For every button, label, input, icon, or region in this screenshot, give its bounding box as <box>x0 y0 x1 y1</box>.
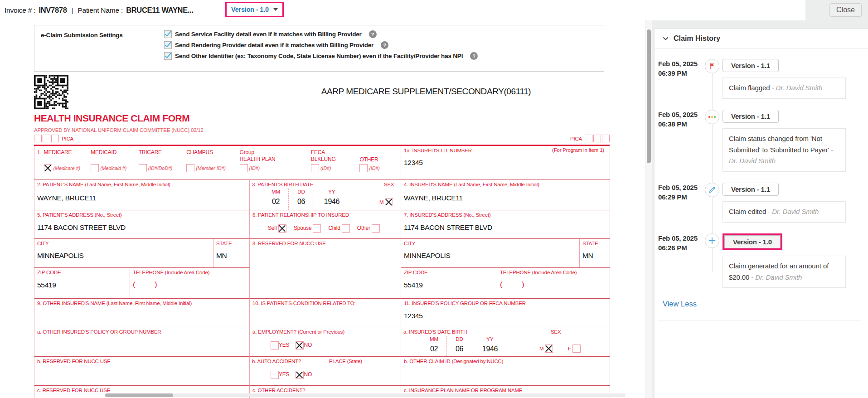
field-label: a. INSURED'S DATE BIRTH <box>403 329 467 335</box>
field-value: WAYNE, BRUCE11 <box>404 194 607 202</box>
field-label: b. AUTO ACCIDENT? <box>252 358 301 365</box>
field-label: a. OTHER INSURED'S POLICY OR GROUP NUMBE… <box>37 329 247 335</box>
auto-accident-no-checkbox <box>296 371 304 379</box>
pica-checkbox <box>51 135 59 142</box>
field-label: c. OTHER ACCIDENT? <box>252 387 398 394</box>
field-10a-employment: a. EMPLOYMENT? (Current or Previous) YES… <box>250 327 401 357</box>
claim-history-header[interactable]: Claim History <box>655 29 868 49</box>
pica-checkbox <box>593 135 601 142</box>
sex-label: SEX <box>384 181 394 188</box>
field-label: 9. OTHER INSURED'S NAME (Last Name, Firs… <box>37 300 247 307</box>
patient-zip-telephone: ZIP CODE55419 TELEPHONE (Include Area Co… <box>34 268 250 299</box>
payer-title: AARP MEDICARE SUPPLEMENT/SECONDARY(06111… <box>254 87 598 97</box>
eclaim-submission-settings: e-Claim Submission Settings Send Service… <box>34 25 604 72</box>
version-badge[interactable]: Version - 1.1 <box>723 59 779 72</box>
history-entry: Feb 05, 2025 06:38 PM Version - 1.1 Clai… <box>658 110 861 172</box>
field-label: b. OTHER CLAIM ID (Designated by NUCC) <box>404 358 607 365</box>
divider: | <box>72 6 73 15</box>
medicare-checkbox <box>44 164 52 172</box>
eclaim-settings-title: e-Claim Submission Settings <box>41 30 164 66</box>
claim-history-panel: Claim History Feb 05, 2025 06:39 PM Vers… <box>654 28 868 398</box>
horizontal-scrollbar-thumb[interactable] <box>105 393 173 397</box>
field-value: 1174 BACON STREET BLVD <box>37 223 247 232</box>
claim-history-timeline: Feb 05, 2025 06:39 PM Version - 1.1 Clai… <box>655 49 868 320</box>
field-9a-other-insured-policy: a. OTHER INSURED'S POLICY OR GROUP NUMBE… <box>34 327 250 357</box>
field-label: c. INSURANCE PLAN NAME OR PROGRAM NAME <box>404 387 607 394</box>
chevron-down-icon <box>273 8 278 11</box>
field-value: WAYNE, BRUCE11 <box>37 194 247 202</box>
history-entry: Feb 05, 2025 06:29 PM Version - 1.1 Clai… <box>658 183 861 223</box>
field-label: 7. INSURED'S ADDRESS (No., Street) <box>404 212 607 218</box>
top-header-bar: Invoice # : INV7878 | Patient Name : BRU… <box>0 0 805 20</box>
feca-blklung-checkbox <box>311 164 319 172</box>
field-3-patient-birth-date: 3. PATIENT'S BIRTH DATE SEX MM02 DD06 YY… <box>250 180 401 210</box>
checkbox-other-identifier[interactable] <box>164 52 172 60</box>
pica-label: PICA <box>570 136 582 141</box>
close-button[interactable]: Close <box>829 3 862 17</box>
help-icon[interactable]: ? <box>381 41 388 49</box>
field-note: (For Program in Item 1) <box>552 147 604 154</box>
field-value: 12345 <box>404 312 607 320</box>
eclaim-option-row: Send Service Facility detail even if it … <box>164 30 597 38</box>
entry-timestamp: Feb 05, 2025 06:38 PM <box>658 110 702 172</box>
invoice-value: INV7878 <box>39 6 67 15</box>
version-dropdown-label: Version - 1.0 <box>231 6 269 13</box>
field-label: c. RESERVED FOR NUCC USE <box>37 387 247 394</box>
add-plus-icon <box>705 233 719 248</box>
history-message: Claim flagged - Dr. David Smith <box>723 78 846 99</box>
version-badge[interactable]: Version - 1.1 <box>723 110 779 123</box>
entry-timestamp: Feb 05, 2025 06:39 PM <box>658 59 702 99</box>
eclaim-option-label: Send Service Facility detail even if it … <box>175 31 362 38</box>
vertical-scrollbar-thumb[interactable] <box>647 29 651 163</box>
history-entry: Feb 05, 2025 06:26 PM Version - 1.0 Clai… <box>658 233 861 288</box>
eclaim-option-row: Send Rendering Provider detail even if i… <box>164 41 597 49</box>
version-badge[interactable]: Version - 1.1 <box>723 183 779 196</box>
claim-history-title: Claim History <box>674 34 720 43</box>
field-9b-reserved-nucc: b. RESERVED FOR NUCC USE <box>34 357 250 386</box>
version-badge[interactable]: Version - 1.0 <box>724 235 781 248</box>
help-icon[interactable]: ? <box>470 52 478 60</box>
place-state-label: PLACE (State) <box>329 358 362 365</box>
auto-accident-yes-checkbox <box>271 371 279 379</box>
claim-form-grid: 1. MEDICARE (Medicare #) MEDICAID (Medic… <box>34 146 610 398</box>
pica-label: PICA <box>62 136 73 141</box>
history-author: - Dr. David Smith <box>768 208 819 215</box>
field-11-policy-group: 11. INSURED'S POLICY GROUP OR FECA NUMBE… <box>401 299 610 327</box>
help-icon[interactable]: ? <box>369 30 377 38</box>
sex-label: SEX <box>551 329 561 335</box>
field-label: 2. PATIENT'S NAME (Last Name, First Name… <box>37 181 247 188</box>
insured-zip-telephone: ZIP CODE55419 TELEPHONE (Include Area Co… <box>401 268 610 299</box>
relationship-spouse-checkbox <box>313 224 321 233</box>
medicaid-checkbox <box>91 164 99 172</box>
checkbox-rendering-provider[interactable] <box>164 41 172 49</box>
pica-row: PICA PICA <box>34 135 610 144</box>
vertical-scrollbar <box>646 20 652 398</box>
field-11a-insured-birth-date: a. INSURED'S DATE BIRTH SEX MM02 DD06 YY… <box>401 327 610 357</box>
view-less-link[interactable]: View Less <box>663 300 697 308</box>
invoice-label: Invoice # : <box>5 6 35 15</box>
status-dots-icon <box>705 110 719 124</box>
field-label: 6. PATIENT RELATIONSHIP TO INSURED <box>252 212 398 218</box>
sidebar-divider <box>658 320 861 320</box>
checkbox-service-facility[interactable] <box>164 30 172 38</box>
field-label: 11. INSURED'S POLICY GROUP OR FECA NUMBE… <box>404 300 607 307</box>
relationship-self-checkbox <box>278 224 286 233</box>
pica-checkbox <box>43 135 50 142</box>
field-label: 5. PATIENT'S ADDRESS (No., Street) <box>37 212 247 218</box>
relationship-child-checkbox <box>342 224 350 233</box>
history-message: Claim status changed from 'Not Submitted… <box>723 128 846 172</box>
eclaim-option-label: Send Rendering Provider detail even if i… <box>175 42 373 49</box>
field-1a-insured-id: 1a. INSURED'S I.D. NUMBER (For Program i… <box>401 146 610 180</box>
field-1-program-type: 1. MEDICARE (Medicare #) MEDICAID (Medic… <box>34 146 401 180</box>
field-label: 10. IS PATIENT'S CONDITION RELATED TO: <box>252 300 398 307</box>
horizontal-scrollbar <box>105 393 626 397</box>
insured-city-state: CITYMINNEAPOLIS STATEMN <box>401 239 610 268</box>
pica-checkbox <box>585 135 592 142</box>
insured-sex-male-checkbox <box>545 345 553 353</box>
field-7-insured-address: 7. INSURED'S ADDRESS (No., Street) 1174 … <box>401 210 610 239</box>
flag-icon <box>705 59 719 73</box>
entry-timestamp: Feb 05, 2025 06:26 PM <box>658 233 702 288</box>
patient-city-state: CITYMINNEAPOLIS STATEMN <box>34 239 250 268</box>
history-message: Claim edited - Dr. David Smith <box>723 201 846 223</box>
version-dropdown[interactable]: Version - 1.0 <box>225 2 284 17</box>
